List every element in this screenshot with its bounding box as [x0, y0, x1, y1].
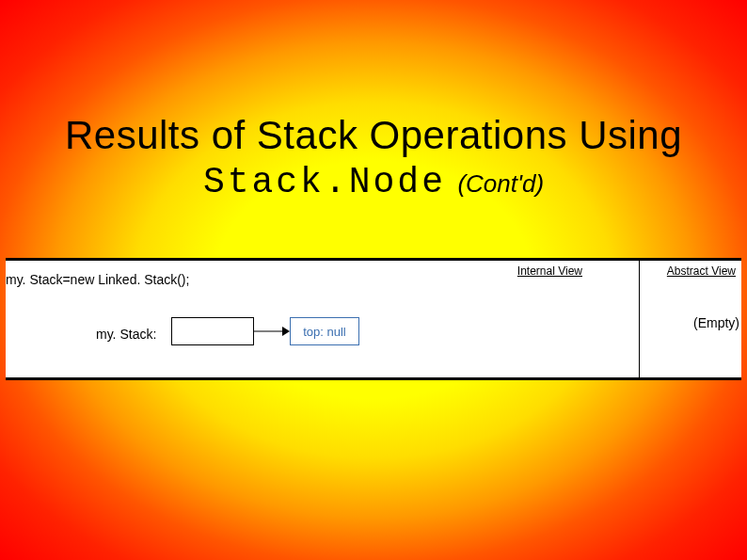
code-instantiation-line: my. Stack=new Linked. Stack();	[6, 272, 189, 287]
abstract-view-header: Abstract View	[667, 264, 736, 278]
top-null-box: top: null	[290, 317, 359, 345]
title-contd: (Cont'd)	[457, 169, 544, 198]
abstract-view-column: Abstract View (Empty)	[640, 261, 741, 377]
internal-view-header: Internal View	[517, 264, 582, 278]
title-line-1: Results of Stack Operations Using	[0, 113, 747, 158]
arrow-icon	[254, 325, 290, 338]
internal-view-column: Internal View my. Stack=new Linked. Stac…	[6, 261, 640, 377]
empty-label: (Empty)	[693, 315, 739, 330]
svg-marker-1	[282, 327, 290, 336]
slide-title-block: Results of Stack Operations Using Stack.…	[0, 113, 747, 202]
reference-box	[171, 317, 254, 345]
title-stacknode: Stack.Node	[203, 162, 446, 202]
diagram-panel: Internal View my. Stack=new Linked. Stac…	[6, 258, 741, 380]
variable-label: my. Stack:	[96, 327, 156, 342]
title-line-2-row: Stack.Node (Cont'd)	[0, 162, 747, 202]
slide-frame: Results of Stack Operations Using Stack.…	[0, 0, 747, 560]
